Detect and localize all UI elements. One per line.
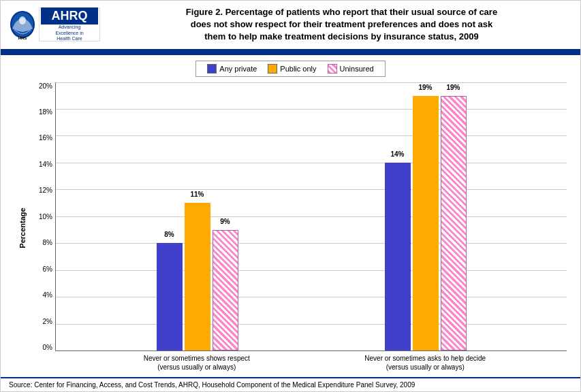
legend-label-private: Any private (219, 65, 257, 73)
y-tick-4: 4% (43, 291, 52, 299)
header: HHS AHRQ Advancing Excellence in Health … (1, 1, 580, 51)
bar-group1-uninsured-fill (213, 230, 238, 350)
legend-item-private: Any private (207, 64, 257, 74)
y-tick-12: 12% (39, 186, 52, 194)
legend-label-public: Public only (280, 65, 316, 73)
bar-group-1: 8% 11% 9% (157, 203, 238, 350)
y-tick-18: 18% (39, 108, 52, 116)
bar-group1-private-label: 8% (164, 231, 174, 238)
legend-label-uninsured: Uninsured (340, 65, 374, 73)
y-tick-20: 20% (39, 82, 52, 90)
source-text: Source: Center for Financing, Access, an… (9, 381, 415, 389)
bar-group2-public-label: 19% (418, 84, 432, 91)
legend-box-public (268, 64, 277, 74)
bar-group2-private-label: 14% (390, 150, 404, 158)
bar-group2-uninsured-label: 19% (446, 84, 460, 91)
y-tick-16: 16% (39, 134, 52, 142)
footer: Source: Center for Financing, Access, an… (1, 377, 580, 391)
chart-title: Figure 2. Percentage of patients who rep… (111, 6, 572, 44)
bar-group2-uninsured: 19% (441, 96, 467, 350)
logo-area: HHS AHRQ Advancing Excellence in Health … (9, 7, 100, 42)
chart-plot: 20% 18% 16% 14% 12% 10% 8% 6% 4% 2% 0% (31, 82, 567, 351)
y-tick-2: 2% (43, 318, 52, 325)
legend-box-uninsured (328, 64, 337, 74)
bar-group2-uninsured-fill (441, 96, 467, 350)
bar-group1-public-label: 11% (190, 191, 204, 198)
y-axis-label: Percentage (18, 208, 27, 248)
x-labels: Never or sometimes shows respect (versus… (55, 351, 567, 374)
bar-group-2: 14% 19% 19% (385, 96, 467, 350)
y-tick-0: 0% (43, 344, 52, 351)
x-label-group1: Never or sometimes shows respect (versus… (129, 354, 265, 372)
ahrq-subtitle: Advancing Excellence in Health Care (55, 24, 83, 42)
y-tick-8: 8% (43, 239, 52, 246)
bar-group2-public-fill (413, 96, 439, 350)
y-tick-6: 6% (43, 265, 52, 273)
y-axis-label-area: Percentage (14, 82, 31, 374)
x-label-group2: Never or sometimes asks to help decide (… (357, 354, 493, 372)
legend-item-uninsured: Uninsured (328, 64, 374, 74)
bars-and-grid: 8% 11% 9% (55, 82, 567, 351)
y-tick-14: 14% (39, 161, 52, 168)
ahrq-acronym: AHRQ (41, 7, 98, 24)
bar-group1-uninsured-label: 9% (220, 218, 230, 225)
legend-box-private (207, 64, 217, 74)
bar-group1-uninsured: 9% (213, 230, 238, 350)
bar-group2-public: 19% (413, 96, 439, 350)
bar-group1-private-fill (157, 243, 183, 350)
bar-group2-private: 14% (385, 163, 411, 350)
bar-group1-private: 8% (157, 243, 183, 350)
chart-area: Any private Public only Uninsured Percen… (1, 55, 580, 377)
legend-item-public: Public only (268, 64, 316, 74)
hhs-logo: HHS (9, 10, 36, 39)
ahrq-logo: AHRQ Advancing Excellence in Health Care (39, 7, 100, 42)
bar-group1-public: 11% (185, 203, 210, 350)
bar-groups: 8% 11% 9% (56, 82, 567, 350)
y-tick-10: 10% (39, 213, 52, 220)
page-container: HHS AHRQ Advancing Excellence in Health … (0, 0, 581, 392)
bar-group1-public-fill (185, 203, 210, 350)
chart-inner: 20% 18% 16% 14% 12% 10% 8% 6% 4% 2% 0% (31, 82, 567, 374)
bar-group2-private-fill (385, 163, 411, 350)
y-axis: 20% 18% 16% 14% 12% 10% 8% 6% 4% 2% 0% (31, 82, 55, 351)
legend: Any private Public only Uninsured (195, 61, 385, 77)
svg-text:HHS: HHS (18, 36, 27, 39)
chart-body: Percentage 20% 18% 16% 14% 12% 10% 8% 6%… (14, 82, 567, 374)
